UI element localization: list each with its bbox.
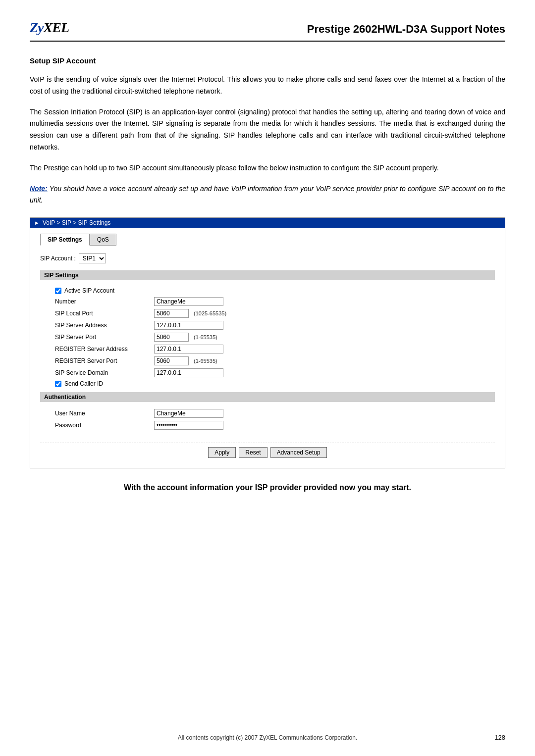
footer-copyright: All contents copyright (c) 2007 ZyXEL Co…	[0, 734, 535, 741]
field-row-sip-server-address: SIP Server Address	[55, 321, 495, 330]
field-hint-sip-server-port: (1-65535)	[194, 334, 217, 340]
field-input-sip-server-port[interactable]	[154, 333, 189, 342]
ui-titlebar-text: VoIP > SIP > SIP Settings	[43, 219, 110, 226]
field-input-sip-server-address[interactable]	[154, 321, 223, 330]
section-title: Setup SIP Account	[30, 56, 505, 65]
reset-button[interactable]: Reset	[239, 447, 267, 458]
field-input-username[interactable]	[154, 409, 223, 418]
field-input-register-server-address[interactable]	[154, 345, 223, 353]
field-row-sip-service-domain: SIP Service Domain	[55, 368, 495, 377]
send-caller-id-row: Send Caller ID	[55, 380, 495, 387]
send-caller-id-label: Send Caller ID	[64, 380, 103, 387]
field-label-register-server-port: REGISTER Server Port	[55, 357, 149, 364]
active-sip-label: Active SIP Account	[64, 287, 114, 294]
send-caller-id-checkbox[interactable]	[55, 381, 61, 387]
sip-account-select[interactable]: SIP1 SIP2	[79, 253, 106, 263]
field-row-username: User Name	[55, 409, 495, 418]
apply-button[interactable]: Apply	[208, 447, 236, 458]
paragraph-2: The Session Initiation Protocol (SIP) is…	[30, 106, 505, 153]
note-label: Note:	[30, 185, 48, 193]
page-header: ZyXEL Prestige 2602HWL-D3A Support Notes	[30, 20, 505, 42]
page-number: 128	[494, 734, 505, 741]
field-input-number[interactable]	[154, 297, 223, 306]
sip-settings-header: SIP Settings	[40, 270, 495, 280]
field-label-sip-service-domain: SIP Service Domain	[55, 369, 149, 376]
sip-settings-form: Active SIP Account Number SIP Local Port…	[40, 285, 495, 392]
ui-screenshot: ► VoIP > SIP > SIP Settings SIP Settings…	[30, 217, 505, 468]
field-row-sip-server-port: SIP Server Port (1-65535)	[55, 333, 495, 342]
sip-account-row: SIP Account : SIP1 SIP2	[40, 253, 495, 263]
field-label-number: Number	[55, 298, 149, 305]
field-row-number: Number	[55, 297, 495, 306]
advanced-setup-button[interactable]: Advanced Setup	[270, 447, 327, 458]
active-sip-row: Active SIP Account	[55, 287, 495, 294]
ui-content: SIP Settings QoS SIP Account : SIP1 SIP2…	[30, 228, 505, 468]
tab-bar: SIP Settings QoS	[40, 234, 495, 246]
field-label-register-server-address: REGISTER Server Address	[55, 346, 149, 353]
field-input-sip-local-port[interactable]	[154, 309, 189, 318]
sip-account-label: SIP Account :	[40, 255, 76, 262]
note-text: You should have a voice account already …	[30, 185, 505, 204]
field-input-password[interactable]	[154, 421, 223, 430]
field-row-sip-local-port: SIP Local Port (1025-65535)	[55, 309, 495, 318]
field-label-sip-local-port: SIP Local Port	[55, 310, 149, 317]
note-paragraph: Note: You should have a voice account al…	[30, 183, 505, 207]
auth-form: User Name Password	[40, 407, 495, 435]
arrow-icon: ►	[34, 220, 40, 226]
paragraph-3: The Prestige can hold up to two SIP acco…	[30, 162, 505, 174]
paragraph-1: VoIP is the sending of voice signals ove…	[30, 74, 505, 98]
tab-qos[interactable]: QoS	[90, 234, 116, 246]
field-label-sip-server-address: SIP Server Address	[55, 322, 149, 329]
field-row-password: Password	[55, 421, 495, 430]
ui-titlebar: ► VoIP > SIP > SIP Settings	[30, 218, 505, 228]
bottom-text: With the account information your ISP pr…	[30, 483, 505, 492]
logo: ZyXEL	[30, 20, 69, 36]
field-row-register-server-address: REGISTER Server Address	[55, 345, 495, 353]
page-title: Prestige 2602HWL-D3A Support Notes	[307, 23, 505, 36]
field-row-register-server-port: REGISTER Server Port (1-65535)	[55, 356, 495, 365]
auth-header: Authentication	[40, 392, 495, 402]
button-row: Apply Reset Advanced Setup	[40, 443, 495, 458]
field-label-username: User Name	[55, 410, 149, 417]
tab-sip-settings[interactable]: SIP Settings	[40, 234, 90, 246]
field-input-sip-service-domain[interactable]	[154, 368, 223, 377]
field-hint-register-server-port: (1-65535)	[194, 358, 217, 364]
field-label-password: Password	[55, 422, 149, 429]
field-hint-sip-local-port: (1025-65535)	[194, 310, 226, 316]
field-label-sip-server-port: SIP Server Port	[55, 334, 149, 341]
field-input-register-server-port[interactable]	[154, 356, 189, 365]
active-sip-checkbox[interactable]	[55, 288, 61, 294]
